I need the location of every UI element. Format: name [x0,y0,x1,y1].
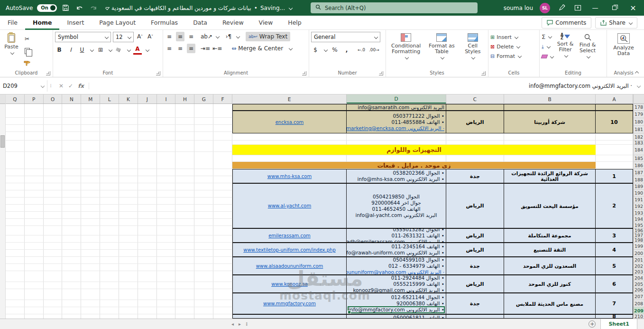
sheet-tab-sheet1[interactable]: Sheet1 [600,319,637,329]
cell[interactable]: • الجوال 2924484-011• الهاتف 0555215999•… [347,275,446,293]
row-header-183[interactable]: 183 [634,141,644,145]
cell[interactable] [596,162,633,169]
detail-line[interactable]: · البريد الالكتروني marketing@encksa.com [348,125,444,132]
cell[interactable]: www.textiletop-uniform.com/index.php [232,243,347,257]
detail-line[interactable]: · البريد الالكتروني alsaadoununiform@yah… [348,269,444,275]
document-title[interactable]: بيانات شركات و موردين المطاعم و الكافيها… [111,0,292,16]
cell[interactable] [504,104,596,111]
empty-cells[interactable] [6,228,232,243]
sort-filter-button[interactable]: AZ Sort & Filter [555,32,575,57]
cell[interactable] [504,155,596,162]
sheet-nav-next-icon[interactable]: ▸ [239,321,241,327]
cell[interactable]: 8 [596,314,633,319]
empty-cells[interactable] [6,145,232,155]
cell[interactable]: 1 [596,169,633,183]
cell[interactable] [347,155,446,162]
cell[interactable] [446,155,504,162]
tab-file[interactable]: File [0,16,25,30]
borders-button[interactable]: ⊞ [96,45,105,55]
font-color-button[interactable]: A [133,45,142,55]
font-dialog-launcher[interactable] [156,71,160,75]
empty-cells[interactable] [6,275,232,293]
orientation-button[interactable]: ab↗ [201,32,212,41]
cell[interactable]: الرياض [446,243,504,257]
select-all-corner[interactable] [634,94,644,104]
format-as-table-button[interactable]: Format as Table [427,32,456,59]
row-header-204[interactable]: 204 [634,275,644,281]
cell[interactable] [347,141,446,145]
row-header-188[interactable]: 188 [634,176,644,183]
alignment-dialog-launcher[interactable] [302,71,306,75]
column-header-C[interactable]: C [446,94,504,103]
row-header-185[interactable]: 185 [634,155,644,162]
column-header-P[interactable]: P [25,94,44,103]
decrease-indent-button[interactable]: ⇤≡ [212,44,222,53]
cell[interactable]: • الجوال 0555013282• الهاتف 2631321-011•… [347,228,446,243]
confirm-entry-icon[interactable]: ✓ [68,83,73,89]
search-input[interactable]: Search (Alt+Q) [311,2,478,13]
cancel-entry-icon[interactable]: ✕ [59,83,64,89]
align-left-button[interactable]: ≡ [165,44,174,53]
paste-button[interactable]: Paste [2,32,21,54]
italic-button[interactable]: I [66,45,75,55]
row-header-194[interactable]: 194 [634,216,644,222]
vertical-scrollbar-thumb[interactable] [0,135,5,148]
fill-button[interactable]: ⤓ [542,43,553,50]
comments-button[interactable]: Comments [542,17,591,28]
column-header-M[interactable]: M [81,94,100,103]
decrease-decimal-button[interactable]: .00→ [369,45,379,55]
cell[interactable]: www.mhs-ksa.com [232,169,347,183]
empty-cells[interactable] [6,141,232,145]
cell[interactable]: encksa.com [232,111,347,133]
cell[interactable]: www.alsaadoununiform.com [232,257,347,275]
column-header-L[interactable]: L [100,94,119,103]
formula-expand-icon[interactable] [637,84,641,87]
row-header-200[interactable]: 200 [634,250,644,257]
align-right-button[interactable]: ≡ [187,44,195,53]
row-header-208[interactable]: 208 [634,300,644,307]
column-header-B[interactable]: B [504,94,596,103]
tab-data[interactable]: Data [185,16,215,30]
row-header-193[interactable]: 193 [634,210,644,216]
undo-icon[interactable] [75,3,84,13]
cell[interactable] [596,133,633,141]
avatar[interactable]: SL [540,3,550,13]
cell[interactable] [596,104,633,111]
row-header-199[interactable]: 199 [634,243,644,250]
sheet-bar-splitter[interactable]: ⁞⁞ [246,321,247,327]
cell[interactable]: • الجوال 0538202366• البريد الالكتروني i… [347,169,446,183]
cell[interactable] [232,314,347,319]
cell[interactable]: الثقة للتصنيع [504,243,596,257]
number-dialog-launcher[interactable] [379,71,383,75]
restore-button[interactable] [608,0,620,16]
analyze-data-button[interactable]: Analyze Data [610,32,637,56]
cell[interactable] [232,141,347,145]
share-button[interactable]: Share [595,17,637,28]
row-header-201[interactable]: 201 [634,257,644,263]
column-header-Q[interactable]: Q [6,94,25,103]
row-header-190[interactable]: 190 [634,190,644,197]
cell[interactable]: مصنع ماس الحديثة للملابس [504,293,596,314]
cell[interactable]: www.mmgfactory.com [232,293,347,314]
styles-dialog-launcher[interactable] [481,71,486,75]
cell[interactable]: الرياض [446,183,504,228]
cell[interactable] [596,155,633,162]
column-header-O[interactable]: O [44,94,63,103]
column-header-H[interactable]: H [175,94,194,103]
copy-button[interactable] [23,46,31,56]
row-header-210[interactable]: 210 [634,314,644,319]
cell[interactable]: البريد الالكتروني info@samaratih.com [347,104,446,111]
row-header-207[interactable]: 207 [634,293,644,300]
website-link[interactable]: www.mhs-ksa.com [267,174,312,179]
font-size-select[interactable]: 12 [113,32,134,42]
cell[interactable]: emilerassam.com [232,228,347,243]
cell[interactable]: الجوال 0504219850جوال اخر 920000644الهات… [347,183,446,228]
website-link[interactable]: www.al-yacht.com [268,203,311,208]
column-header-E[interactable]: E [232,94,347,103]
website-link[interactable]: www.konooz.sa [271,282,308,287]
column-header-I[interactable]: I [157,94,176,103]
website-link[interactable]: www.alsaadoununiform.com [256,263,323,269]
cell[interactable] [446,104,504,111]
insert-cells-button[interactable]: ⊞Insert [490,33,518,41]
column-header-N[interactable]: N [62,94,81,103]
